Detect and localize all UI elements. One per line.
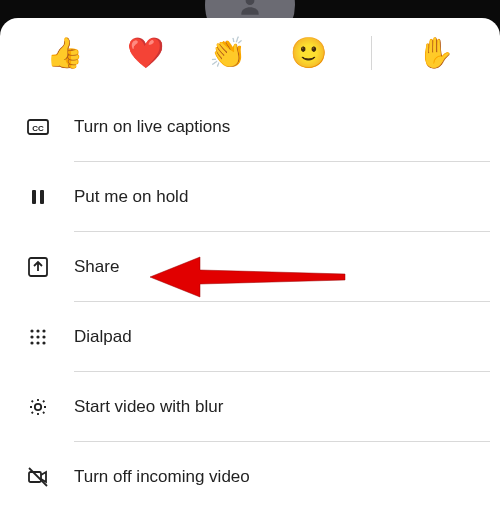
reaction-heart[interactable]: ❤️ <box>127 38 164 68</box>
menu-item-blur[interactable]: Start video with blur <box>0 372 500 442</box>
menu-item-share[interactable]: Share <box>0 232 500 302</box>
svg-rect-3 <box>32 190 36 204</box>
menu-label: Turn off incoming video <box>74 467 250 487</box>
svg-point-6 <box>30 329 33 332</box>
svg-point-15 <box>35 404 41 410</box>
reactions-divider <box>371 36 372 70</box>
svg-point-7 <box>36 329 39 332</box>
captions-icon: CC <box>16 115 60 139</box>
reaction-raise-hand[interactable]: ✋ <box>417 38 454 68</box>
more-actions-sheet: 👍 ❤️ 👏 🙂 ✋ CC Turn on live captions Put … <box>0 18 500 517</box>
reactions-bar: 👍 ❤️ 👏 🙂 ✋ <box>0 18 500 92</box>
video-off-icon <box>16 465 60 489</box>
menu-label: Turn on live captions <box>74 117 230 137</box>
menu-item-hold[interactable]: Put me on hold <box>0 162 500 232</box>
menu-label: Put me on hold <box>74 187 188 207</box>
svg-point-9 <box>30 335 33 338</box>
menu-label: Dialpad <box>74 327 132 347</box>
actions-menu: CC Turn on live captions Put me on hold … <box>0 92 500 512</box>
svg-point-14 <box>42 341 45 344</box>
svg-point-10 <box>36 335 39 338</box>
hold-icon <box>16 185 60 209</box>
reaction-smile[interactable]: 🙂 <box>290 38 327 68</box>
svg-rect-4 <box>40 190 44 204</box>
reaction-thumbs-up[interactable]: 👍 <box>46 38 83 68</box>
menu-item-incoming-video[interactable]: Turn off incoming video <box>0 442 500 512</box>
reaction-applause[interactable]: 👏 <box>209 38 246 68</box>
svg-point-12 <box>30 341 33 344</box>
menu-item-captions[interactable]: CC Turn on live captions <box>0 92 500 162</box>
blur-icon <box>16 395 60 419</box>
svg-point-8 <box>42 329 45 332</box>
share-icon <box>16 255 60 279</box>
svg-text:CC: CC <box>32 124 44 133</box>
dialpad-icon <box>16 325 60 349</box>
menu-label: Start video with blur <box>74 397 223 417</box>
svg-point-0 <box>246 0 255 5</box>
svg-point-13 <box>36 341 39 344</box>
menu-label: Share <box>74 257 119 277</box>
menu-item-dialpad[interactable]: Dialpad <box>0 302 500 372</box>
svg-line-17 <box>29 468 47 486</box>
svg-point-11 <box>42 335 45 338</box>
